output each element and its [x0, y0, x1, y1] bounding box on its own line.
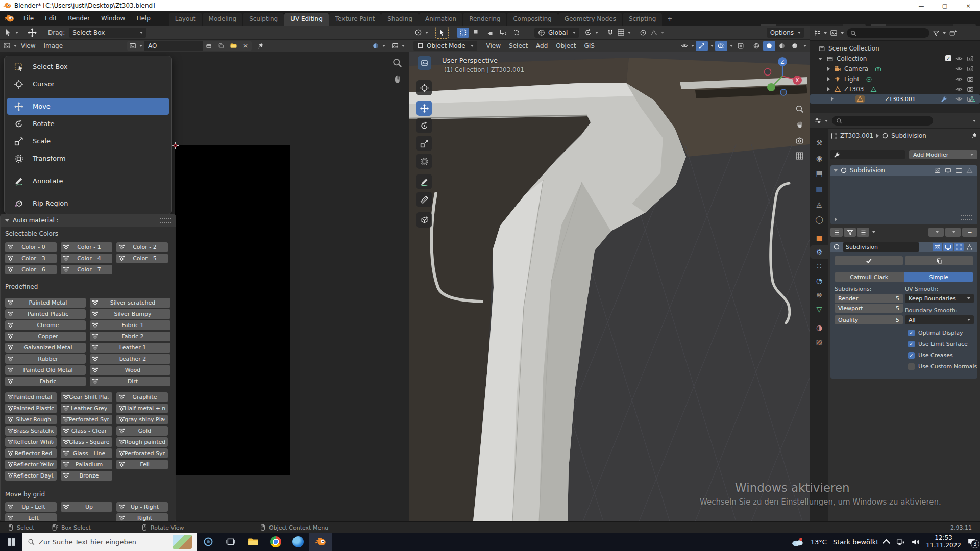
select-mode-invert-button[interactable] [497, 28, 509, 38]
properties-tab[interactable]: ◉ [810, 152, 828, 165]
visibility-dropdown[interactable] [681, 42, 694, 49]
render-camera-icon[interactable] [967, 76, 974, 83]
image-browse-dropdown[interactable] [127, 41, 144, 51]
toolbar-transform-tool[interactable] [416, 154, 432, 169]
properties-tab[interactable]: ◯ [810, 213, 828, 226]
expand-arrow-icon[interactable] [827, 77, 830, 81]
predefined-material-button[interactable]: Leather 2 [90, 354, 170, 364]
hide-eye-icon[interactable] [955, 95, 963, 103]
expand-arrow-icon[interactable] [827, 67, 830, 71]
select-mode-new-button[interactable] [457, 28, 469, 38]
workspace-tab[interactable]: Texture Paint [329, 13, 381, 26]
viewport-menu-item[interactable]: Object [552, 41, 580, 51]
modifier1-header[interactable]: Subdivision [830, 165, 977, 176]
auto-material-header[interactable]: Auto material : [1, 214, 176, 227]
properties-tab[interactable]: ▦ [810, 182, 828, 195]
tool-item-scale[interactable]: Scale [7, 133, 169, 149]
workspace-tab[interactable]: Layout [169, 13, 202, 26]
uv-editor-canvas[interactable]: Select Box Cursor Move Rotate Scale Tran… [0, 52, 409, 521]
workspace-tab[interactable]: Compositing [507, 13, 557, 26]
workspace-tab[interactable]: Animation [419, 13, 462, 26]
predefined-material-button[interactable]: Painted Old Metal [5, 365, 86, 375]
extra-material-button[interactable]: Graphite [116, 392, 168, 402]
workspace-tab[interactable]: Shading [381, 13, 419, 26]
properties-tab[interactable]: ▤ [810, 167, 828, 180]
tool-item-transform[interactable]: Transform [7, 150, 169, 167]
outliner-row-collection[interactable]: Collection ✓ [810, 54, 980, 64]
extra-material-button[interactable]: Brass Scratched [5, 426, 57, 436]
predefined-material-button[interactable]: Chrome [5, 320, 86, 330]
image-fake-user-button[interactable] [203, 41, 215, 51]
predefined-material-button[interactable]: Leather 1 [90, 343, 170, 353]
extra-material-button[interactable]: Silver Rough [5, 415, 57, 424]
network-icon[interactable] [896, 538, 905, 546]
workspace-tab[interactable]: Sculpting [243, 13, 284, 26]
extra-material-button[interactable]: Painted metal ... [5, 392, 57, 402]
subpanel-collapsed-arrow[interactable] [835, 217, 837, 221]
predefined-material-button[interactable]: Dirt [90, 377, 170, 386]
properties-tab[interactable]: ◬ [810, 197, 828, 211]
toolbar-add-cube-tool[interactable] [416, 212, 432, 228]
menu-item[interactable]: Window [96, 13, 130, 23]
viewport-menu-item[interactable]: Select [505, 41, 532, 51]
properties-tab[interactable]: ⚙ [810, 245, 828, 259]
show-gizmo-button[interactable] [696, 41, 708, 51]
color-material-button[interactable]: Color - 2 [116, 242, 168, 252]
workspace-tab[interactable]: Geometry Nodes [558, 13, 622, 26]
extra-material-button[interactable]: Glass - Clear [61, 426, 112, 436]
properties-tab[interactable]: ◔ [810, 274, 828, 287]
workspace-tab[interactable]: Rendering [463, 13, 506, 26]
predefined-material-button[interactable]: Wood [90, 365, 170, 375]
workspace-tab[interactable]: UV Editing [284, 13, 329, 26]
extra-material-button[interactable]: Bronze [61, 471, 112, 481]
predefined-material-button[interactable]: Fabric 2 [90, 332, 170, 341]
color-material-button[interactable]: Color - 0 [5, 242, 57, 252]
grid-up-left-button[interactable]: Up - Left [5, 502, 57, 512]
extra-material-button[interactable]: Painted Plastic... [5, 404, 57, 413]
render-toggle-icon[interactable] [933, 166, 942, 174]
extra-material-button[interactable]: gray shiny Plas... [116, 415, 168, 424]
navigation-gizmo[interactable]: Z X [754, 52, 810, 108]
predefined-material-button[interactable]: Fabric [5, 377, 86, 386]
pin-id-button[interactable] [970, 132, 977, 139]
viewport-menu-item[interactable]: Add [532, 41, 552, 51]
hide-eye-icon[interactable] [955, 65, 963, 72]
predefined-material-button[interactable]: Silver scratched [90, 298, 170, 308]
properties-tab[interactable]: ∷ [810, 260, 828, 273]
volume-icon[interactable] [911, 538, 920, 546]
shading-rendered-button[interactable] [789, 41, 801, 51]
3d-viewport[interactable]: User Perspective (1) Collection | ZT303.… [409, 52, 810, 521]
properties-tab[interactable]: ▽ [810, 303, 828, 316]
taskbar-search-input[interactable]: Zur Suche Text hier eingeben [22, 533, 197, 551]
image-pin-button[interactable] [257, 42, 264, 49]
uv-smooth-dropdown[interactable]: Keep Boundaries [905, 294, 974, 303]
quality-field[interactable]: Quality5 [835, 315, 903, 324]
extra-material-button[interactable]: Perforated Syn... [61, 415, 112, 424]
oncage-toggle-icon[interactable] [965, 243, 974, 251]
select-mode-intersect-button[interactable] [510, 28, 522, 38]
optimal-display-row[interactable]: ✓Optimal Display [908, 330, 963, 336]
properties-tab[interactable]: ◑ [810, 321, 828, 334]
viewport-zoom-button[interactable] [793, 103, 805, 115]
list-toggle-button[interactable] [830, 228, 843, 237]
proportional-edit-button[interactable] [637, 28, 649, 38]
render-camera-icon[interactable] [967, 65, 974, 72]
tool-item-select-box[interactable]: Select Box [7, 58, 169, 75]
boundary-smooth-dropdown[interactable]: All [905, 315, 974, 324]
toolbar-move-tool[interactable] [416, 101, 432, 116]
breadcrumb-object[interactable]: ZT303.001 [840, 132, 873, 139]
properties-editor-type-button[interactable] [814, 117, 828, 124]
shading-solid-button[interactable] [763, 41, 775, 51]
list-dropdown[interactable] [872, 231, 875, 233]
uv-display-sphere-dropdown[interactable] [372, 42, 385, 49]
transform-orientation-dropdown[interactable]: Global [534, 28, 579, 38]
outliner-row-light[interactable]: Light [810, 74, 980, 84]
menu-item[interactable]: File [18, 13, 39, 23]
viewport-gizmo-dropdown[interactable] [414, 29, 428, 36]
render-camera-icon[interactable] [967, 86, 974, 93]
shading-wireframe-button[interactable] [750, 41, 763, 51]
simple-button[interactable]: Simple [904, 272, 974, 282]
predefined-material-button[interactable]: Silver Bumpy [90, 309, 170, 319]
modifier1-name[interactable]: Subdivision [850, 167, 885, 174]
outliner-row-zt303-001[interactable]: ZT303.001 [810, 94, 980, 104]
